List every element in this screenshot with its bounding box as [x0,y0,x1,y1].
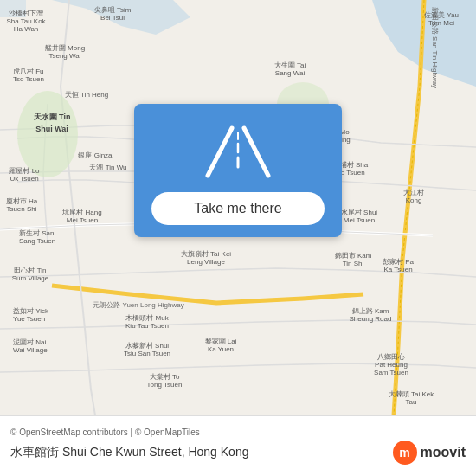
svg-text:水尾村 Shui: 水尾村 Shui [341,209,377,216]
svg-text:水藜新村 Shui: 水藜新村 Shui [125,342,169,350]
moovit-logo-m: m [399,446,409,460]
svg-text:大旗嶺村 Tai Kei: 大旗嶺村 Tai Kei [181,250,231,258]
take-me-there-button[interactable]: Take me there [151,192,325,225]
svg-text:Pat Heung: Pat Heung [375,361,408,369]
svg-text:Tsiu San Tsuen: Tsiu San Tsuen [124,350,170,357]
svg-text:新生村 San: 新生村 San [19,229,54,237]
svg-text:彭家村 Pa: 彭家村 Pa [383,258,415,266]
moovit-brand-text: moovit [421,445,466,460]
svg-text:沙橋村下灣: 沙橋村下灣 [9,10,43,17]
svg-text:元朗公路 Yuen Long Highway: 元朗公路 Yuen Long Highway [93,301,183,309]
svg-text:Tseng Wai: Tseng Wai [48,52,80,60]
svg-text:Wai Village: Wai Village [13,346,48,354]
svg-text:Yue Tsuen: Yue Tsuen [13,315,45,323]
svg-text:Mei Tsuen: Mei Tsuen [344,216,375,224]
svg-text:Mei Tsuen: Mei Tsuen [67,216,98,224]
svg-text:黎家圍 Lai: 黎家圍 Lai [205,338,237,345]
attribution-text: © OpenStreetMap contributors | © OpenMap… [10,428,466,437]
svg-text:天水圍 Tin: 天水圍 Tin [33,113,71,121]
svg-text:佐渡美 Yau: 佐渡美 Yau [424,11,459,19]
svg-text:益如村 Yick: 益如村 Yick [13,307,49,315]
svg-text:Bei Tsui: Bei Tsui [100,14,125,22]
svg-text:Tong Tsuen: Tong Tsuen [147,381,183,389]
svg-text:大棠村 To: 大棠村 To [150,373,180,381]
road-icon [199,119,277,180]
svg-point-2 [17,91,78,177]
moovit-logo: m moovit [393,441,466,465]
svg-text:羅屋村 Lo: 羅屋村 Lo [9,167,40,175]
svg-text:Leng Village: Leng Village [187,258,225,266]
street-name-label: 水車館街 Shui Che Kwun Street, Hong Kong [10,445,248,460]
svg-text:天湖 Tin Wu: 天湖 Tin Wu [89,164,126,171]
svg-text:Sha Tau Kok: Sha Tau Kok [6,17,46,25]
svg-text:泥圍村 Nai: 泥圍村 Nai [13,338,46,346]
svg-text:木橋頭村 Muk: 木橋頭村 Muk [125,314,169,322]
svg-text:Shui Wai: Shui Wai [35,125,68,133]
road-icon-area [151,119,325,180]
svg-text:Tau: Tau [406,398,417,406]
svg-text:Sang Wai: Sang Wai [275,69,306,77]
svg-text:Sam Tsuen: Sam Tsuen [374,369,408,376]
svg-text:Tso Tsuen: Tso Tsuen [13,75,44,83]
svg-text:艋井圍 Mong: 艋井圍 Mong [45,44,85,52]
svg-text:Uk Tsuen: Uk Tsuen [10,175,38,183]
svg-text:大江村: 大江村 [403,189,424,196]
svg-text:錦田市 Kam: 錦田市 Kam [335,252,372,260]
svg-text:Sang Tsuen: Sang Tsuen [19,237,55,245]
svg-text:Ka Tsuen: Ka Tsuen [383,266,412,273]
road-card: Take me there [134,104,342,237]
svg-text:田心村 Tin: 田心村 Tin [14,267,46,274]
map-container: 沙橋村下灣 Sha Tau Kok Ha Wan 尖鼻咀 Tsim Bei Ts… [0,0,476,415]
svg-line-71 [244,128,268,176]
svg-text:Kong: Kong [406,196,422,204]
svg-text:Tin Shi: Tin Shi [343,260,364,267]
bottom-content: 水車館街 Shui Che Kwun Street, Hong Kong m m… [10,441,466,465]
svg-text:錦上路 Kam: 錦上路 Kam [352,307,389,315]
svg-text:尖鼻咀 Tsim: 尖鼻咀 Tsim [94,6,132,14]
svg-text:Ka Yuen: Ka Yuen [208,345,234,353]
svg-line-70 [208,128,232,176]
svg-text:銀座 Ginza: 銀座 Ginza [78,151,113,159]
moovit-logo-circle: m [393,441,417,465]
svg-text:虎爪村 Fu: 虎爪村 Fu [13,68,44,75]
svg-text:大生圍 Tai: 大生圍 Tai [274,61,306,69]
svg-text:Sheung Road: Sheung Road [350,315,392,323]
svg-text:廈村市 Ha: 廈村市 Ha [6,197,38,205]
svg-text:天恒 Tin Heng: 天恒 Tin Heng [65,91,108,99]
svg-text:坑尾村 Hang: 坑尾村 Hang [61,209,101,216]
svg-text:Kiu Tau Tsuen: Kiu Tau Tsuen [125,322,169,330]
svg-text:Tsuen Shi: Tsuen Shi [6,205,36,213]
svg-text:Ha Wan: Ha Wan [14,25,39,33]
svg-text:大棘頭 Tai Kek: 大棘頭 Tai Kek [389,390,434,398]
svg-text:Tam Mei: Tam Mei [428,19,454,27]
svg-text:Sum Village: Sum Village [12,274,49,282]
bottom-bar: © OpenStreetMap contributors | © OpenMap… [0,415,476,476]
svg-text:八鄉田心: 八鄉田心 [377,353,405,361]
